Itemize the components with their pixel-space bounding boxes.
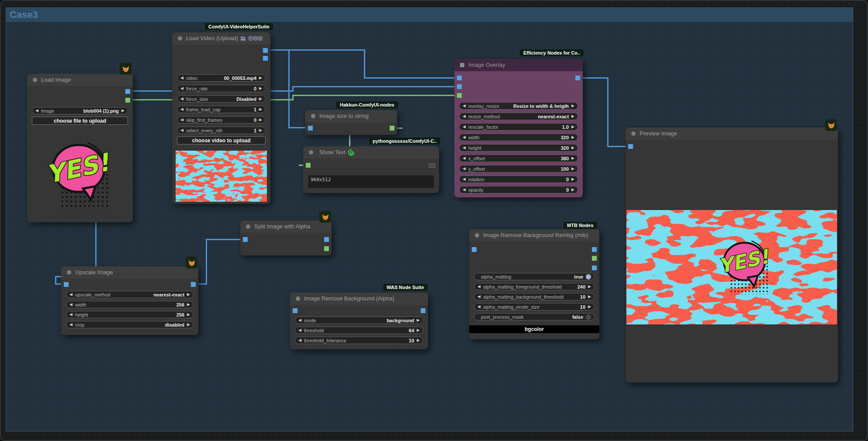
output-slot-image[interactable] — [592, 247, 597, 252]
increment-arrow[interactable]: ▶ — [187, 303, 190, 307]
widget-mode[interactable]: ◀ mode background ▶ — [295, 317, 423, 324]
decrement-arrow[interactable]: ◀ — [69, 293, 73, 296]
widget-post-process-mask[interactable]: post_process_mask false — [474, 313, 595, 320]
decrement-arrow[interactable]: ◀ — [35, 109, 38, 113]
widget-value[interactable]: nearest-exact — [535, 114, 571, 119]
collapse-dot[interactable] — [631, 131, 636, 136]
widget-alpha-matting-foreground-threshold[interactable]: ◀ alpha_matting_foreground_threshold 240… — [474, 283, 595, 290]
increment-arrow[interactable]: ▶ — [121, 109, 124, 113]
increment-arrow[interactable]: ▶ — [259, 86, 262, 90]
increment-arrow[interactable]: ▶ — [417, 338, 420, 342]
output-slot-images[interactable] — [421, 308, 425, 313]
widget-value[interactable]: 380 — [558, 156, 571, 161]
increment-arrow[interactable]: ▶ — [259, 128, 262, 132]
widget-skip-first-frames[interactable]: ◀ skip_first_frames 0 ▶ — [177, 116, 266, 124]
decrement-arrow[interactable]: ◀ — [69, 313, 73, 317]
increment-arrow[interactable]: ▶ — [588, 305, 591, 309]
decrement-arrow[interactable]: ◀ — [180, 86, 183, 90]
widget-value[interactable]: 10 — [578, 304, 588, 310]
widget-opacity[interactable]: ◀ opacity 0 ▶ — [459, 186, 578, 193]
widget-threshold[interactable]: ◀ threshold 64 ▶ — [295, 327, 423, 334]
widget-value[interactable]: 1 — [251, 107, 259, 112]
toggle-off[interactable] — [586, 314, 591, 320]
widget-width[interactable]: ◀ width 320 ▶ — [459, 134, 578, 141]
node-split-image-with-alpha[interactable]: Split Image with Alpha — [240, 220, 332, 255]
bgcolor-button[interactable]: bgcolor — [469, 325, 599, 333]
widget-crop[interactable]: ◀ crop disabled ▶ — [66, 321, 194, 328]
increment-arrow[interactable]: ▶ — [571, 135, 574, 139]
decrement-arrow[interactable]: ◀ — [298, 338, 301, 342]
widget-value[interactable]: background — [384, 318, 417, 323]
widget-y-offset[interactable]: ◀ y_offset 100 ▶ — [459, 165, 578, 172]
output-slot-image[interactable] — [191, 282, 196, 287]
node-load-video[interactable]: Load Video (Upload) ⓋⒽⓈ ◀ video 00_00053… — [172, 32, 270, 204]
input-slot-base-image[interactable] — [457, 76, 462, 80]
increment-arrow[interactable]: ▶ — [259, 97, 262, 101]
decrement-arrow[interactable]: ◀ — [463, 167, 466, 171]
node-upscale-image[interactable]: Upscale Image ◀ upscale_method nearest-e… — [61, 266, 198, 335]
collapse-dot[interactable] — [33, 78, 37, 82]
collapse-dot[interactable] — [475, 233, 479, 238]
collapse-dot[interactable] — [67, 270, 71, 275]
increment-arrow[interactable]: ▶ — [259, 118, 262, 122]
increment-arrow[interactable]: ▶ — [571, 167, 574, 171]
node-load-image[interactable]: Load Image ◀ image blob004 (1).png ▶ cho… — [27, 74, 133, 222]
widget-force-rate[interactable]: ◀ force_rate 0 ▶ — [177, 85, 266, 92]
widget-value[interactable]: 00_00053.mp4 — [221, 76, 259, 81]
decrement-arrow[interactable]: ◀ — [463, 156, 466, 160]
input-slot-images[interactable] — [293, 308, 297, 313]
widget-alpha-matting-background-threshold[interactable]: ◀ alpha_matting_background_threshold 10 … — [474, 293, 595, 300]
text-output-area[interactable]: 960x512 — [308, 175, 434, 188]
decrement-arrow[interactable]: ◀ — [477, 305, 481, 309]
widget-frame-load-cap[interactable]: ◀ frame_load_cap 1 ▶ — [177, 106, 266, 113]
widget-value[interactable]: 320 — [558, 135, 571, 140]
output-slot-mask[interactable] — [324, 246, 329, 251]
widget-value[interactable]: 1.0 — [560, 124, 571, 130]
increment-arrow[interactable]: ▶ — [571, 146, 574, 150]
decrement-arrow[interactable]: ◀ — [69, 323, 73, 327]
output-slot-mask[interactable] — [125, 98, 130, 103]
widget-value[interactable]: 64 — [406, 328, 417, 333]
increment-arrow[interactable]: ▶ — [571, 125, 574, 129]
widget-value[interactable]: 1 — [251, 128, 259, 133]
widget-alpha-matting-erode-size[interactable]: ◀ alpha_matting_erode_size 10 ▶ — [474, 303, 595, 310]
decrement-arrow[interactable]: ◀ — [463, 177, 466, 181]
widget-x-offset[interactable]: ◀ x_offset 380 ▶ — [459, 155, 578, 162]
input-slot-image[interactable] — [243, 237, 248, 242]
node-image-remove-background-rembg[interactable]: Image Remove Background Rembg (mtb) alph… — [469, 229, 599, 339]
widget-value[interactable]: 0 — [251, 86, 259, 91]
output-slot-frame-count[interactable] — [263, 56, 268, 61]
collapse-dot[interactable] — [460, 63, 464, 67]
increment-arrow[interactable]: ▶ — [417, 318, 420, 322]
increment-arrow[interactable]: ▶ — [187, 293, 190, 296]
output-slot-image-alt[interactable] — [592, 265, 597, 270]
widget-upscale-method[interactable]: ◀ upscale_method nearest-exact ▶ — [66, 291, 194, 298]
collapse-dot[interactable] — [296, 296, 300, 301]
widget-value[interactable]: 256 — [174, 312, 187, 317]
output-slot-image[interactable] — [263, 48, 268, 53]
increment-arrow[interactable]: ▶ — [571, 104, 574, 108]
increment-arrow[interactable]: ▶ — [571, 114, 574, 118]
widget-value[interactable]: 100 — [558, 166, 571, 172]
decrement-arrow[interactable]: ◀ — [180, 97, 183, 101]
output-slot-string[interactable] — [390, 126, 394, 131]
output-slot-mask[interactable] — [592, 256, 597, 261]
increment-arrow[interactable]: ▶ — [417, 328, 420, 332]
input-slot-optional-mask[interactable] — [457, 93, 462, 98]
node-image-size-to-string[interactable]: Image size to string — [305, 110, 397, 135]
decrement-arrow[interactable]: ◀ — [180, 128, 183, 132]
collapse-dot[interactable] — [309, 150, 313, 155]
widget-height[interactable]: ◀ height 320 ▶ — [459, 144, 578, 152]
collapse-dot[interactable] — [246, 224, 250, 229]
widget-value[interactable]: 240 — [575, 284, 588, 289]
widget-width[interactable]: ◀ width 256 ▶ — [66, 301, 194, 308]
decrement-arrow[interactable]: ◀ — [463, 146, 466, 150]
widget-rescale-factor[interactable]: ◀ rescale_factor 1.0 ▶ — [459, 123, 578, 131]
output-slot-image[interactable] — [125, 89, 130, 94]
choose-video-button[interactable]: choose video to upload — [177, 136, 266, 145]
increment-arrow[interactable]: ▶ — [187, 323, 190, 327]
widget-value[interactable]: 10 — [578, 294, 588, 300]
input-slot-image[interactable] — [308, 126, 313, 131]
node-graph-canvas[interactable]: Case3 ComfyUI-VideoHelperSuite Hakkun-Co… — [0, 0, 868, 441]
decrement-arrow[interactable]: ◀ — [180, 76, 183, 80]
